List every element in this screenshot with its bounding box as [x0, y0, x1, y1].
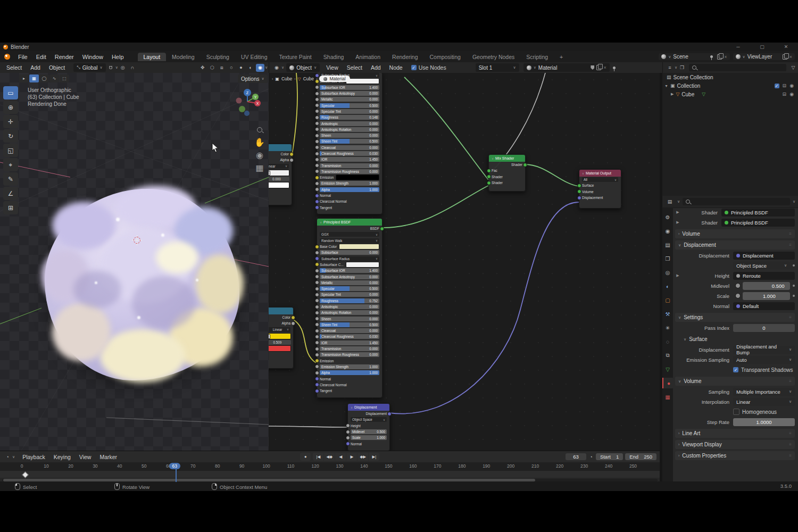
- filter-funnel-icon[interactable]: ▽: [789, 64, 797, 72]
- colorramp-position-field[interactable]: 0.000: [269, 177, 289, 181]
- hide-viewport-icon[interactable]: ⊟: [783, 92, 787, 97]
- workspace-tab-modeling[interactable]: Modeling: [166, 53, 201, 61]
- socket[interactable]: [315, 287, 319, 291]
- socket[interactable]: [315, 275, 319, 279]
- stopwatch-icon[interactable]: ◔: [587, 453, 595, 461]
- socket[interactable]: [315, 103, 319, 107]
- displacement-output[interactable]: Displacement: [348, 411, 389, 417]
- editor-type-dropdown[interactable]: ∨: [677, 200, 680, 204]
- node-param-anisotropic[interactable]: Anisotropic0.000: [317, 120, 382, 126]
- node-colorramp-top[interactable]: Color Alpha Linear∨ 0.000: [269, 144, 292, 205]
- blender-menu-icon[interactable]: [4, 54, 10, 60]
- show-gizmo-icon[interactable]: ✥: [198, 64, 207, 72]
- properties-tab-tool[interactable]: ⚙: [662, 212, 673, 222]
- socket[interactable]: [346, 423, 350, 428]
- shading-solid-icon[interactable]: ●: [237, 64, 245, 72]
- node-param-random-walk[interactable]: Random Walk∨: [317, 238, 382, 244]
- node-param-clearcoat[interactable]: Clearcoat0.000: [317, 145, 382, 151]
- socket[interactable]: [315, 85, 319, 89]
- select-box-tool[interactable]: ▭: [3, 86, 18, 99]
- properties-tab-render[interactable]: ◉: [662, 226, 673, 236]
- colorramp-interpolation[interactable]: ∨Linear∨: [269, 327, 293, 332]
- timeline-menu-playback[interactable]: Playback: [18, 453, 49, 461]
- socket[interactable]: [315, 109, 319, 113]
- bsdf-output[interactable]: BSDF: [317, 226, 382, 231]
- colorramp-alpha-output[interactable]: Alpha: [269, 157, 292, 163]
- node-param-sheen[interactable]: Sheen0.000: [317, 132, 382, 138]
- section-volume[interactable]: ∨Volume≡: [675, 377, 795, 386]
- menu-window[interactable]: Window: [78, 53, 107, 61]
- displacement-input-midlevel[interactable]: Midlevel0.500: [348, 429, 389, 435]
- rendered-object[interactable]: [36, 180, 248, 389]
- colorramp-interpolation[interactable]: Linear∨: [269, 163, 292, 169]
- pin-icon[interactable]: [613, 66, 616, 69]
- cursor-tool[interactable]: ⊕: [3, 101, 18, 114]
- socket[interactable]: [315, 311, 319, 315]
- socket[interactable]: [315, 256, 319, 261]
- color-stop[interactable]: [269, 171, 270, 176]
- workspace-tab-shading[interactable]: Shading: [318, 53, 350, 61]
- outliner-row-collection[interactable]: ▼ ▣ Collection ✓ ⊟ ◉: [662, 81, 798, 90]
- node-principled-bsdf-top[interactable]: Subsurface Radius∨Subsurface C...Subsurf…: [317, 73, 383, 214]
- socket[interactable]: [315, 389, 319, 393]
- editor-type-dropdown[interactable]: ∨: [12, 455, 15, 459]
- node-header[interactable]: ∨ Displacement: [348, 404, 389, 411]
- displacement-input-normal[interactable]: Normal: [348, 440, 389, 446]
- socket[interactable]: [315, 322, 319, 327]
- section-custom-properties-collapsed[interactable]: ›Custom Properties≡: [675, 451, 795, 460]
- maximize-button[interactable]: ▢: [750, 44, 774, 49]
- section-volume-collapsed[interactable]: ›Volume≡: [675, 229, 795, 238]
- section-viewport-display-collapsed[interactable]: ›Viewport Display≡: [675, 440, 795, 449]
- node-param-anisotropic[interactable]: Anisotropic0.000: [317, 304, 382, 310]
- section-line-art-collapsed[interactable]: ›Line Art≡: [675, 429, 795, 438]
- node-param-subsurface-ior[interactable]: Subsurface IOR1.400: [317, 85, 382, 90]
- socket[interactable]: [315, 269, 319, 273]
- outliner-search-input[interactable]: [689, 64, 786, 71]
- node-param-sheen-tint[interactable]: Sheen Tint0.500: [317, 138, 382, 144]
- workspace-tab-item[interactable]: +: [554, 53, 569, 61]
- measure-tool[interactable]: ∠: [3, 187, 18, 200]
- viewlayer-selector[interactable]: ∨ ViewLayer ×: [733, 53, 795, 60]
- interpolation-row[interactable]: Interpolation Linear∨: [675, 397, 795, 406]
- shader-node-editor[interactable]: › ▣ Cube › ▽ Cube › Material Color Alpha…: [269, 73, 660, 451]
- node-param-sheen-tint[interactable]: Sheen Tint0.500: [317, 322, 382, 328]
- section-displacement[interactable]: ∨Displacement≡: [675, 240, 795, 250]
- editor-type-icon[interactable]: ▤: [666, 198, 674, 206]
- node-param-specular-tint[interactable]: Specular Tint0.000: [317, 109, 382, 114]
- socket[interactable]: [315, 97, 319, 102]
- properties-tab-object-data[interactable]: ▽: [662, 364, 673, 375]
- displacement-row[interactable]: Displacement Displacement: [675, 251, 795, 260]
- socket[interactable]: [315, 293, 319, 297]
- socket[interactable]: [315, 335, 319, 339]
- frame-end-field[interactable]: End250: [625, 453, 656, 460]
- minimize-button[interactable]: ─: [726, 44, 750, 49]
- shader-row-0[interactable]: ▶ Shader Principled BSDF: [675, 207, 795, 217]
- socket[interactable]: [315, 181, 319, 186]
- colorramp-color-output[interactable]: Color: [269, 151, 292, 157]
- socket[interactable]: [315, 377, 319, 381]
- properties-tab-material[interactable]: ●: [662, 378, 674, 388]
- node-param-anisotropic-rotation[interactable]: Anisotropic Rotation0.000: [317, 127, 382, 132]
- emission-sampling-row[interactable]: Emission Sampling Auto∨: [675, 355, 795, 364]
- color-swatch[interactable]: [346, 262, 379, 268]
- disclosure-triangle-icon[interactable]: ▼: [664, 84, 668, 88]
- shader-type-dropdown[interactable]: Object∨: [286, 63, 320, 72]
- play-reverse-button[interactable]: ◀: [335, 453, 346, 461]
- playhead-line[interactable]: [176, 469, 177, 482]
- socket[interactable]: [289, 158, 294, 162]
- displacement-space-row[interactable]: Object Space∨: [675, 261, 795, 270]
- selectable-checkbox[interactable]: ✓: [775, 84, 779, 88]
- copy-icon[interactable]: [717, 54, 722, 60]
- shader-output[interactable]: Shader: [489, 162, 525, 168]
- colorramp-gradient-bar[interactable]: [269, 333, 291, 339]
- menu-file[interactable]: File: [14, 53, 32, 61]
- node-param-transmission[interactable]: Transmission0.000: [317, 346, 382, 352]
- socket[interactable]: [315, 329, 319, 333]
- current-frame-indicator[interactable]: 63: [169, 463, 180, 469]
- node-param-roughness[interactable]: Roughness0.752: [317, 298, 382, 304]
- properties-tab-world[interactable]: ◐: [662, 281, 673, 292]
- pin-icon[interactable]: [710, 55, 713, 58]
- annotate-tool[interactable]: ✎: [3, 172, 18, 186]
- material-slot-dropdown[interactable]: Slot 1∨: [476, 63, 519, 72]
- snap-magnet-icon[interactable]: Ω: [106, 64, 115, 72]
